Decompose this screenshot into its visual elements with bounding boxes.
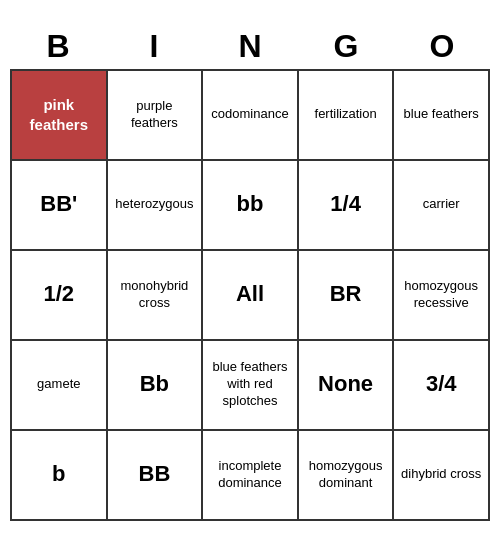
- cell-r2-c1: monohybrid cross: [108, 251, 204, 341]
- cell-r0-c1: purple feathers: [108, 71, 204, 161]
- cell-r4-c1: BB: [108, 431, 204, 521]
- cell-r1-c1: heterozygous: [108, 161, 204, 251]
- cell-r3-c0: gamete: [12, 341, 108, 431]
- bingo-grid: pink featherspurple featherscodominancef…: [10, 69, 490, 521]
- header-letter: B: [10, 24, 106, 69]
- cell-r3-c2: blue feathers with red splotches: [203, 341, 299, 431]
- cell-r0-c0: pink feathers: [12, 71, 108, 161]
- header-letter: I: [106, 24, 202, 69]
- cell-r1-c2: bb: [203, 161, 299, 251]
- cell-r2-c3: BR: [299, 251, 395, 341]
- cell-r0-c2: codominance: [203, 71, 299, 161]
- cell-r3-c4: 3/4: [394, 341, 490, 431]
- cell-r3-c3: None: [299, 341, 395, 431]
- cell-r1-c3: 1/4: [299, 161, 395, 251]
- cell-r0-c3: fertilization: [299, 71, 395, 161]
- header-letter: N: [202, 24, 298, 69]
- bingo-card: BINGO pink featherspurple featherscodomi…: [10, 24, 490, 521]
- cell-r4-c4: dihybrid cross: [394, 431, 490, 521]
- cell-r2-c2: All: [203, 251, 299, 341]
- cell-r3-c1: Bb: [108, 341, 204, 431]
- cell-r1-c4: carrier: [394, 161, 490, 251]
- cell-r1-c0: BB': [12, 161, 108, 251]
- bingo-header: BINGO: [10, 24, 490, 69]
- cell-r4-c2: incomplete dominance: [203, 431, 299, 521]
- header-letter: O: [394, 24, 490, 69]
- cell-r0-c4: blue feathers: [394, 71, 490, 161]
- cell-r2-c0: 1/2: [12, 251, 108, 341]
- header-letter: G: [298, 24, 394, 69]
- cell-r4-c3: homozygous dominant: [299, 431, 395, 521]
- cell-r2-c4: homozygous recessive: [394, 251, 490, 341]
- cell-r4-c0: b: [12, 431, 108, 521]
